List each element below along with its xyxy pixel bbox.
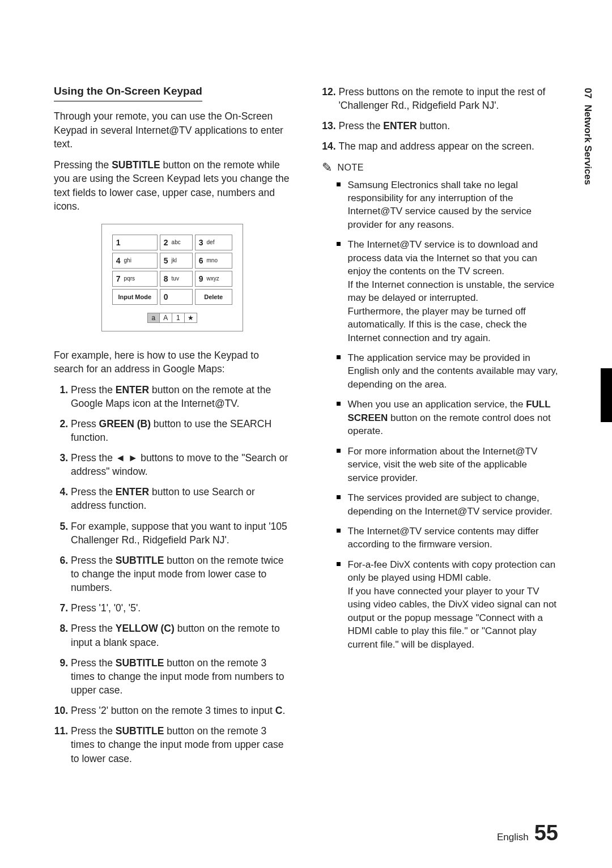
steps-right: Press buttons on the remote to input the… [322,85,559,154]
page-footer: English 55 [497,821,558,845]
page-number: 55 [534,821,558,845]
key-5: 5jkl [160,256,192,265]
steps-left: Press the ENTER button on the remote at … [54,383,291,765]
note-item: Samsung Electronics shall take no legal … [348,178,559,232]
section-side-label: 07 Network Services [582,88,593,185]
key-3: 3def [196,238,232,247]
key-input-mode: Input Mode [113,293,157,300]
step-3: Press the ◄ ► buttons to move to the "Se… [71,451,291,478]
step-10: Press '2' button on the remote 3 times t… [71,704,291,717]
key-1: 1 [113,238,157,247]
chapter-number: 07 [583,88,593,99]
chapter-title: Network Services [583,105,593,185]
step-11: Press the SUBTITLE button on the remote … [71,724,291,765]
note-item: The services provided are subject to cha… [348,491,559,518]
step-6: Press the SUBTITLE button on the remote … [71,554,291,594]
note-label: NOTE [338,163,364,173]
mode-upper-icon: A [160,313,172,323]
note-icon: ✎ [322,160,332,175]
left-column: Using the On-Screen Keypad Through your … [54,85,291,772]
subtitle-keyword: SUBTITLE [112,159,160,171]
footer-language: English [497,832,529,843]
step-8: Press the YELLOW (C) button on the remot… [71,622,291,649]
intro-paragraph-1: Through your remote, you can use the On-… [54,109,291,151]
note-bullets: Samsung Electronics shall take no legal … [322,178,559,652]
note-item: For-a-fee DivX contents with copy protec… [348,558,559,651]
key-0: 0 [160,292,192,301]
mode-lower-icon: a [147,313,160,323]
mode-number-icon: 1 [172,313,185,323]
key-9: 9wxyz [196,274,232,283]
note-item: When you use an application service, the… [348,398,559,437]
step-9: Press the SUBTITLE button on the remote … [71,656,291,697]
input-mode-indicators: a A 1 ★ [110,313,235,323]
example-intro: For example, here is how to use the Keyp… [54,348,291,376]
note-item: The Internet@TV service contents may dif… [348,525,559,551]
onscreen-keypad-diagram: 1 2abc 3def 4ghi 5jkl 6mno 7pqrs 8tuv 9w… [101,224,243,331]
key-delete: Delete [196,293,232,300]
section-tab [601,368,612,422]
step-1: Press the ENTER button on the remote at … [71,383,291,410]
key-4: 4ghi [113,256,157,265]
note-item: For more information about the Internet@… [348,445,559,484]
mode-symbol-icon: ★ [185,313,197,323]
step-12: Press buttons on the remote to input the… [339,85,559,112]
step-14: The map and address appear on the screen… [339,139,559,153]
key-6: 6mno [196,256,232,265]
note-header: ✎ NOTE [322,160,559,175]
note-item: The Internet@TV service is to download a… [348,238,559,344]
step-2: Press GREEN (B) button to use the SEARCH… [71,417,291,444]
step-7: Press '1', '0', '5'. [71,601,291,615]
step-4: Press the ENTER button to use Search or … [71,485,291,512]
section-heading: Using the On-Screen Keypad [54,85,202,101]
key-8: 8tuv [160,274,192,283]
step-13: Press the ENTER button. [339,119,559,133]
intro-paragraph-2: Pressing the SUBTITLE button on the remo… [54,158,291,214]
right-column: Press buttons on the remote to input the… [322,85,559,772]
note-item: The application service may be provided … [348,351,559,391]
key-7: 7pqrs [113,274,157,283]
step-5: For example, suppose that you want to in… [71,520,291,547]
key-2: 2abc [160,238,192,247]
